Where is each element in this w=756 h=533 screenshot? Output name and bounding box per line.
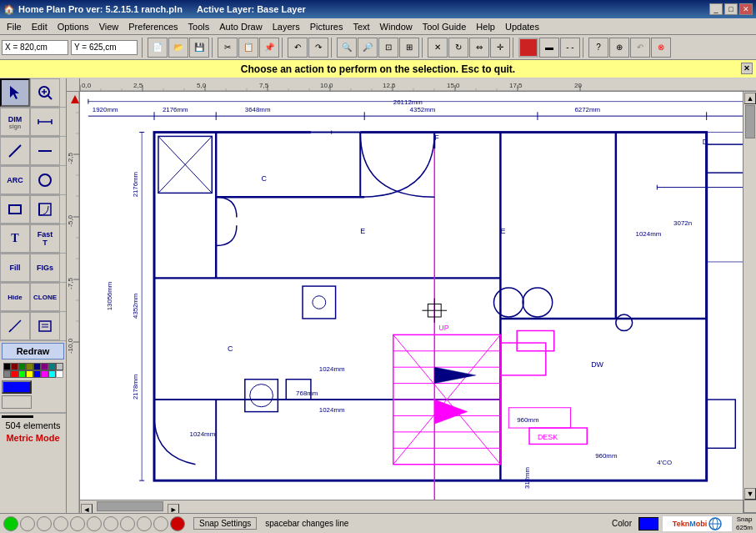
menu-autodraw[interactable]: Auto Draw [214,20,267,33]
color-olive[interactable] [26,363,33,370]
snap-btn-2[interactable] [20,516,35,531]
copy-btn[interactable]: 📋 [238,38,258,58]
menu-preferences[interactable]: Preferences [123,20,183,33]
vertical-scrollbar[interactable]: ▲ ▼ [743,92,756,513]
select-all-btn[interactable]: ⊞ [399,38,419,58]
drawing-surface[interactable]: 1920mm 2176mm 3648mm 4352mm 6272mm 26112… [80,92,756,513]
color-silver[interactable] [56,363,63,370]
arc-tool[interactable]: ARC [0,166,30,194]
menu-file[interactable]: File [2,20,27,33]
select-tool[interactable] [0,78,30,107]
infobar-close[interactable]: ✕ [741,63,753,74]
cut-btn[interactable]: ✂ [218,38,238,58]
zoom-out-btn[interactable]: 🔎 [358,38,378,58]
mirror-btn[interactable]: ⇔ [469,38,489,58]
menu-text[interactable]: Text [348,20,374,33]
undo2-btn[interactable]: ↶ [630,38,650,58]
zoom-in-btn[interactable]: 🔍 [337,38,357,58]
hline-tool[interactable] [30,137,60,165]
scroll-thumb-h[interactable] [97,501,163,511]
color-navy[interactable] [33,363,41,370]
fast-text-tool[interactable]: FastT [30,224,60,253]
menu-edit[interactable]: Edit [27,20,53,33]
color-yellow[interactable] [26,370,33,378]
minimize-button[interactable]: _ [709,3,723,15]
figs-tool[interactable]: FIGs [30,254,60,282]
line-tool[interactable] [0,137,30,165]
close-button[interactable]: ✕ [739,3,753,15]
horizontal-scrollbar[interactable]: ◄ ► [80,500,743,513]
menu-layers[interactable]: Layers [268,20,305,33]
canvas-area[interactable]: 0,0 2,5 5,0 7,5 10,0 12,5 15,0 17,5 20 [67,78,756,513]
hide-tool[interactable]: Hide [0,283,30,311]
color-cyan[interactable] [48,370,56,378]
rotate-btn[interactable]: ↻ [448,38,468,58]
color-purple[interactable] [41,363,48,370]
color-gray[interactable] [3,370,11,378]
help-btn[interactable]: ? [588,38,608,58]
color-green[interactable] [18,363,26,370]
color-red[interactable] [11,370,18,378]
circle-tool[interactable] [30,166,60,194]
menu-updates[interactable]: Updates [500,20,544,33]
undo-btn[interactable]: ↶ [288,38,308,58]
maximize-button[interactable]: □ [724,3,738,15]
snap-btn-7[interactable] [103,516,118,531]
menu-tools[interactable]: Tools [183,20,215,33]
clone-tool[interactable]: CLONE [30,283,60,311]
snap-settings-btn[interactable]: Snap Settings [193,517,257,530]
active-color-box[interactable] [2,380,32,394]
menu-view[interactable]: View [94,20,124,33]
menu-options[interactable]: Options [53,20,94,33]
snap-btn-9[interactable] [137,516,152,531]
scroll-down-btn[interactable]: ▼ [744,488,756,500]
menu-help[interactable]: Help [471,20,500,33]
scroll-left-btn[interactable]: ◄ [81,504,93,513]
scroll-thumb-v[interactable] [745,105,755,138]
color-darkred[interactable] [11,363,18,370]
open-file-btn[interactable]: 📂 [168,38,188,58]
dim-tool[interactable]: DIMsign [0,108,30,136]
snap-btn-10[interactable] [153,516,168,531]
rect-tool[interactable] [0,195,30,224]
color-teal[interactable] [48,363,56,370]
zoom-tool[interactable] [30,78,60,107]
snap-btn-8[interactable] [120,516,135,531]
snap-btn[interactable]: ⊕ [609,38,629,58]
save-file-btn[interactable]: 💾 [189,38,209,58]
measure-tool[interactable] [0,312,30,340]
color-btn[interactable] [518,38,538,58]
snap-btn-4[interactable] [53,516,68,531]
menu-pictures[interactable]: Pictures [305,20,348,33]
move-btn[interactable]: ✛ [490,38,510,58]
stop-btn[interactable]: ⊗ [651,38,671,58]
color-fuchsia[interactable] [41,370,48,378]
linestyle-btn[interactable]: - - [560,38,580,58]
lineweight-btn[interactable]: ▬ [539,38,559,58]
scroll-up-btn[interactable]: ▲ [744,93,756,104]
color-white[interactable] [56,370,63,378]
door-tool[interactable] [30,195,60,224]
dim2-tool[interactable] [30,108,60,136]
zoom-fit-btn[interactable]: ⊡ [378,38,398,58]
color-palette[interactable] [3,363,63,378]
snap-btn-1[interactable] [3,516,18,531]
redraw-button[interactable]: Redraw [0,341,66,361]
paste-btn[interactable]: 📌 [259,38,279,58]
color-blue[interactable] [33,370,41,378]
new-file-btn[interactable]: 📄 [148,38,168,58]
color-black[interactable] [3,363,11,370]
snap-btn-6[interactable] [87,516,102,531]
delete-btn[interactable]: ✕ [428,38,448,58]
color-lime[interactable] [18,370,26,378]
bg-color-box[interactable] [2,395,32,409]
properties-tool[interactable] [30,312,60,340]
fill-tool[interactable]: Fill [0,254,30,282]
menu-window[interactable]: Window [375,20,418,33]
scroll-right-btn[interactable]: ► [168,504,179,513]
menu-toolguide[interactable]: Tool Guide [418,20,472,33]
snap-btn-11[interactable] [170,516,185,531]
snap-btn-5[interactable] [70,516,85,531]
redo-btn[interactable]: ↷ [308,38,328,58]
snap-btn-3[interactable] [37,516,52,531]
